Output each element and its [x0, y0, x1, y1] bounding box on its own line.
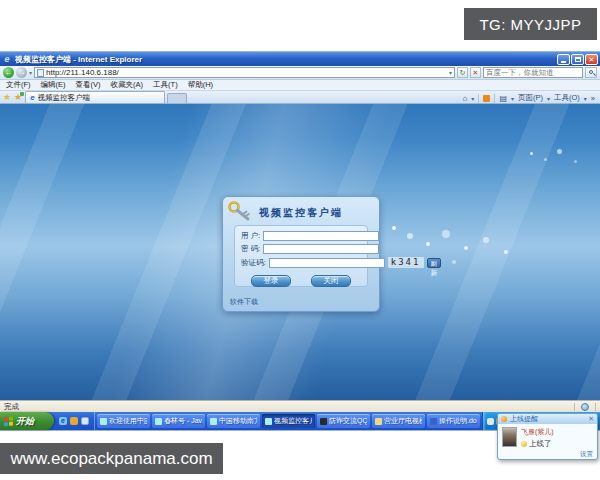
menu-favorites[interactable]: 收藏夹(A) [111, 80, 144, 90]
address-bar[interactable]: ▾ [34, 67, 455, 78]
menu-file[interactable]: 文件(F) [6, 80, 31, 90]
avatar [502, 427, 517, 447]
mail-quicklaunch-icon[interactable] [70, 417, 78, 425]
window-titlebar: e 视频监控客户端 - Internet Explorer ✕ [0, 52, 600, 66]
window-icon [320, 418, 327, 425]
captcha-row: 验证码: k341 刷新 [241, 257, 361, 268]
tab-bar: ★ ★ e 视频监控客户端 ⌂ ▾ ▤ ▾ 页面(P) ▾ 工具(O) ▾ » [0, 91, 600, 104]
search-icon[interactable] [585, 67, 597, 78]
divider [494, 94, 495, 103]
menu-help[interactable]: 帮助(H) [188, 80, 213, 90]
online-message: 上线了 [529, 439, 552, 449]
tab-video-client[interactable]: e 视频监控客户端 [25, 91, 165, 103]
window-icon [155, 418, 162, 425]
home-icon[interactable]: ⌂ [463, 94, 468, 103]
taskbar-window-folder[interactable]: 营业厅电视机操作 [372, 414, 425, 428]
captcha-refresh-button[interactable]: 刷新 [427, 258, 442, 268]
status-bar: 完成 [0, 400, 600, 412]
window-icon [210, 418, 217, 425]
print-dropdown-icon[interactable]: ▾ [511, 95, 514, 102]
quick-launch: e [54, 412, 95, 430]
address-input[interactable] [46, 68, 447, 77]
taskbar-window-mobile[interactable]: 中国移动南方 [207, 414, 260, 428]
refresh-button[interactable]: ↻ [457, 67, 468, 78]
status-right-segment [574, 403, 596, 411]
print-icon[interactable]: ▤ [499, 94, 507, 103]
home-dropdown-icon[interactable]: ▾ [471, 95, 474, 102]
start-button[interactable]: 开始 [0, 412, 54, 430]
status-face-icon [521, 441, 527, 447]
captcha-field[interactable] [269, 258, 385, 268]
password-row: 密 码: [241, 244, 361, 254]
show-desktop-icon[interactable] [81, 417, 89, 425]
top-watermark: TG: MYYJJPP [464, 8, 597, 40]
password-label: 密 码: [241, 244, 260, 254]
menu-view[interactable]: 查看(V) [76, 80, 101, 90]
taskbar-window-doc[interactable]: 操作说明.doc [427, 414, 480, 428]
search-box[interactable] [483, 67, 583, 78]
address-dropdown-icon[interactable]: ▾ [449, 69, 452, 76]
username-field[interactable] [263, 231, 379, 241]
taskbar-window-qq-group[interactable]: 防诈交流QQ群 [317, 414, 370, 428]
login-form: 用 户: 密 码: 验证码: k341 刷新 登录 [234, 225, 368, 287]
popup-body: 飞雁(紫儿) 上线了 [498, 424, 597, 450]
favorites-star-icon[interactable]: ★ [3, 91, 11, 103]
screenshot-stage: TG: MYYJJPP www.ecopackpanama.com e 视频监控… [0, 0, 600, 480]
menu-edit[interactable]: 编辑(E) [41, 80, 66, 90]
history-dropdown-icon[interactable]: ▾ [29, 69, 32, 76]
alert-icon [501, 416, 507, 422]
feed-icon[interactable] [483, 95, 490, 102]
popup-titlebar: 上线提醒 ✕ [498, 414, 597, 424]
menu-bar: 文件(F) 编辑(E) 查看(V) 收藏夹(A) 工具(T) 帮助(H) [0, 80, 600, 91]
add-favorite-icon[interactable]: ★ [14, 91, 22, 103]
menu-tools[interactable]: 工具(T) [153, 80, 178, 90]
internet-zone-icon [581, 403, 589, 411]
settings-link[interactable]: 设置 [580, 450, 593, 457]
page-menu-button[interactable]: 页面(P) [518, 93, 543, 103]
page-menu-dropdown-icon[interactable]: ▾ [547, 95, 550, 102]
ie-quicklaunch-icon[interactable]: e [59, 417, 67, 425]
new-tab-button[interactable] [167, 93, 187, 103]
window-icon [100, 418, 107, 425]
software-download-link[interactable]: 软件下载 [230, 297, 258, 307]
key-icon [227, 200, 253, 222]
contact-name[interactable]: 飞雁(紫儿) [521, 427, 593, 437]
button-row: 登录 关闭 [241, 275, 361, 287]
back-button[interactable]: ← [3, 67, 14, 78]
close-button[interactable]: ✕ [585, 54, 598, 65]
tools-menu-button[interactable]: 工具(O) [554, 93, 580, 103]
page-content: 视频监控客户端 用 户: 密 码: 验证码: k341 刷新 [0, 104, 600, 400]
close-dialog-button[interactable]: 关闭 [311, 275, 351, 287]
volume-tray-icon[interactable] [487, 418, 494, 425]
divider [574, 403, 575, 411]
taskbar-buttons: 欢迎使用中国 春林号 - Java 中国移动南方 视频监控客户 防诈交流QQ群 [95, 412, 482, 430]
overflow-chevron-icon[interactable]: » [591, 94, 595, 103]
popup-close-icon[interactable]: ✕ [588, 415, 594, 423]
taskbar-window-chunlin[interactable]: 春林号 - Java [152, 414, 205, 428]
word-doc-icon [430, 418, 437, 425]
navigation-bar: ← → ▾ ▾ ↻ ✕ [0, 66, 600, 80]
taskbar-window-video-client[interactable]: 视频监控客户 [262, 414, 315, 428]
tools-menu-dropdown-icon[interactable]: ▾ [584, 95, 587, 102]
divider [595, 403, 596, 411]
captcha-label: 验证码: [241, 258, 266, 268]
forward-button[interactable]: → [16, 67, 27, 78]
window-title: 视频监控客户端 - Internet Explorer [15, 54, 557, 65]
stop-button[interactable]: ✕ [470, 67, 481, 78]
bottom-watermark: www.ecopackpanama.com [0, 443, 223, 474]
search-input[interactable] [486, 68, 583, 77]
login-panel: 视频监控客户端 用 户: 密 码: 验证码: k341 刷新 [222, 196, 380, 312]
username-label: 用 户: [241, 231, 260, 241]
password-field[interactable] [263, 244, 379, 254]
ie-icon: e [2, 54, 12, 64]
maximize-button[interactable] [571, 54, 584, 65]
taskbar-window-welcome[interactable]: 欢迎使用中国 [97, 414, 150, 428]
command-bar: ⌂ ▾ ▤ ▾ 页面(P) ▾ 工具(O) ▾ » [463, 93, 597, 103]
tab-favicon: e [30, 93, 34, 102]
tab-title: 视频监控客户端 [38, 93, 91, 103]
minimize-button[interactable] [557, 54, 570, 65]
username-row: 用 户: [241, 231, 361, 241]
login-button[interactable]: 登录 [251, 275, 291, 287]
windows-logo-icon [4, 416, 13, 426]
popup-footer: 设置 [498, 450, 597, 461]
